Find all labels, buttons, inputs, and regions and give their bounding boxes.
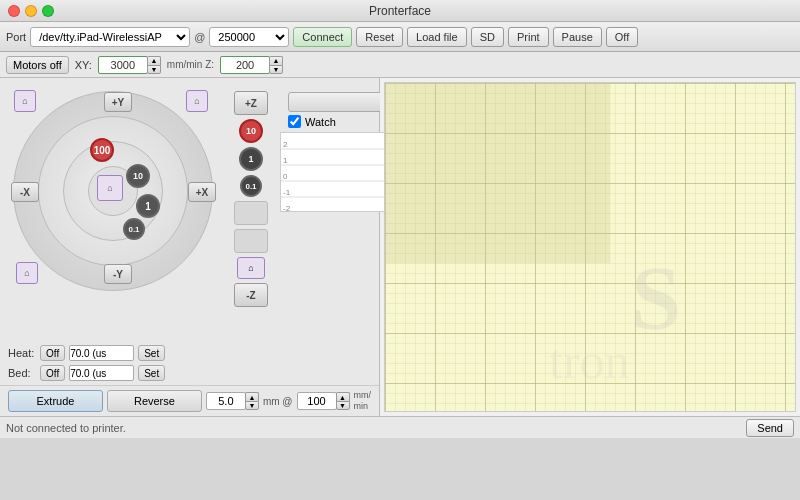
- bed-label: Bed:: [8, 367, 36, 379]
- maximize-button[interactable]: [42, 5, 54, 17]
- z-step-1-button[interactable]: 1: [239, 147, 263, 171]
- xy-label: XY:: [75, 59, 92, 71]
- xy-spin-up[interactable]: ▲: [147, 56, 161, 65]
- main-content: ⌂ +Y ⌂ -Y ⌂ +X -X ⌂ 100 10 1 0.1: [0, 78, 800, 416]
- watch-label: Watch: [305, 116, 336, 128]
- connect-button[interactable]: Connect: [293, 27, 352, 47]
- step-01-xy-button[interactable]: 0.1: [123, 218, 145, 240]
- home-z-button[interactable]: ⌂: [237, 257, 265, 279]
- extrude-speed-group: ▲ ▼: [297, 392, 350, 410]
- left-panel: ⌂ +Y ⌂ -Y ⌂ +X -X ⌂ 100 10 1 0.1: [0, 78, 380, 416]
- speed-spin-down[interactable]: ▼: [336, 401, 350, 410]
- mm-at-label: mm @: [263, 396, 293, 407]
- home-button-bl[interactable]: ⌂: [16, 262, 38, 284]
- print-grid-svg: S tron: [385, 83, 795, 411]
- title-bar: Pronterface: [0, 0, 800, 22]
- step-1-xy-button[interactable]: 1: [136, 194, 160, 218]
- pause-button[interactable]: Pause: [553, 27, 602, 47]
- jog-plus-x-button[interactable]: +X: [188, 182, 216, 202]
- heat-controls: Heat: Off Set Bed: Off Set: [0, 341, 379, 385]
- z-input-group: ▲ ▼: [220, 56, 283, 74]
- extrude-amount-spinner[interactable]: ▲ ▼: [245, 392, 259, 410]
- svg-text:0: 0: [283, 172, 288, 181]
- print-button[interactable]: Print: [508, 27, 549, 47]
- z-jog-panel: +Z 10 1 0.1 ⌂ -Z: [234, 86, 268, 333]
- svg-text:1: 1: [283, 156, 288, 165]
- jog-plus-y-button[interactable]: +Y: [104, 92, 132, 112]
- jog-plus-z-button[interactable]: +Z: [234, 91, 268, 115]
- svg-text:tron: tron: [549, 333, 630, 389]
- watch-checkbox[interactable]: [288, 115, 301, 128]
- xy-spin-down[interactable]: ▼: [147, 65, 161, 74]
- extrude-button[interactable]: Extrude: [8, 390, 103, 412]
- jog-area: ⌂ +Y ⌂ -Y ⌂ +X -X ⌂ 100 10 1 0.1: [0, 78, 379, 341]
- xy-input[interactable]: [98, 56, 148, 74]
- speed-spin-up[interactable]: ▲: [336, 392, 350, 401]
- jog-minus-x-button[interactable]: -X: [11, 182, 39, 202]
- heat-set-button[interactable]: Set: [138, 345, 165, 361]
- svg-text:-1: -1: [283, 188, 291, 197]
- reverse-button[interactable]: Reverse: [107, 390, 202, 412]
- extrude-area: Extrude Reverse ▲ ▼ mm @ ▲ ▼ mm/min: [0, 385, 379, 416]
- send-button[interactable]: Send: [746, 419, 794, 437]
- step-10-xy-button[interactable]: 10: [126, 164, 150, 188]
- extrude-speed-spinner[interactable]: ▲ ▼: [336, 392, 350, 410]
- jog-minus-z-button[interactable]: -Z: [234, 283, 268, 307]
- at-label: @: [194, 31, 205, 43]
- heat-label: Heat:: [8, 347, 36, 359]
- svg-text:S: S: [631, 249, 681, 348]
- off-button[interactable]: Off: [606, 27, 638, 47]
- svg-text:2: 2: [283, 140, 288, 149]
- extrude-amount-group: ▲ ▼: [206, 392, 259, 410]
- heat-off-button[interactable]: Off: [40, 345, 65, 361]
- baud-dropdown[interactable]: 250000: [209, 27, 289, 47]
- z-spacer-2: [234, 229, 268, 253]
- toolbar: Port /dev/tty.iPad-WirelessiAP @ 250000 …: [0, 22, 800, 52]
- home-xy-button[interactable]: ⌂: [97, 175, 123, 201]
- z-step-10-button[interactable]: 10: [239, 119, 263, 143]
- heat-temp-input[interactable]: [69, 345, 134, 361]
- bed-temp-input[interactable]: [69, 365, 134, 381]
- amount-spin-down[interactable]: ▼: [245, 401, 259, 410]
- app-title: Pronterface: [369, 4, 431, 18]
- home-x-button[interactable]: ⌂: [14, 90, 36, 112]
- close-button[interactable]: [8, 5, 20, 17]
- extrude-speed-input[interactable]: [297, 392, 337, 410]
- reset-button[interactable]: Reset: [356, 27, 403, 47]
- z-spin-up[interactable]: ▲: [269, 56, 283, 65]
- port-label: Port: [6, 31, 26, 43]
- step-100-button[interactable]: 100: [90, 138, 114, 162]
- print-grid: S tron: [384, 82, 796, 412]
- minimize-button[interactable]: [25, 5, 37, 17]
- extrude-amount-input[interactable]: [206, 392, 246, 410]
- xy-input-group: ▲ ▼: [98, 56, 161, 74]
- status-text: Not connected to printer.: [6, 422, 126, 434]
- home-y-button[interactable]: ⌂: [186, 90, 208, 112]
- mm-min-label: mm/min: [354, 390, 372, 412]
- sd-button[interactable]: SD: [471, 27, 504, 47]
- status-bar: Not connected to printer. Send: [0, 416, 800, 438]
- xy-unit: mm/min Z:: [167, 59, 214, 70]
- xy-jog-wheel: ⌂ +Y ⌂ -Y ⌂ +X -X ⌂ 100 10 1 0.1: [8, 86, 228, 316]
- bed-set-button[interactable]: Set: [138, 365, 165, 381]
- z-step-01-button[interactable]: 0.1: [240, 175, 262, 197]
- svg-rect-12: [385, 83, 611, 263]
- motors-off-button[interactable]: Motors off: [6, 56, 69, 74]
- amount-spin-up[interactable]: ▲: [245, 392, 259, 401]
- svg-text:-2: -2: [283, 204, 291, 212]
- port-dropdown[interactable]: /dev/tty.iPad-WirelessiAP: [30, 27, 190, 47]
- bed-row: Bed: Off Set: [8, 365, 371, 381]
- controls-row: Motors off XY: ▲ ▼ mm/min Z: ▲ ▼: [0, 52, 800, 78]
- heat-row: Heat: Off Set: [8, 345, 371, 361]
- xy-spinner[interactable]: ▲ ▼: [147, 56, 161, 74]
- z-spinner[interactable]: ▲ ▼: [269, 56, 283, 74]
- bed-off-button[interactable]: Off: [40, 365, 65, 381]
- right-panel: S tron: [380, 78, 800, 416]
- jog-minus-y-button[interactable]: -Y: [104, 264, 132, 284]
- load-file-button[interactable]: Load file: [407, 27, 467, 47]
- z-spacer: [234, 201, 268, 225]
- z-input[interactable]: [220, 56, 270, 74]
- window-controls[interactable]: [8, 5, 54, 17]
- z-spin-down[interactable]: ▼: [269, 65, 283, 74]
